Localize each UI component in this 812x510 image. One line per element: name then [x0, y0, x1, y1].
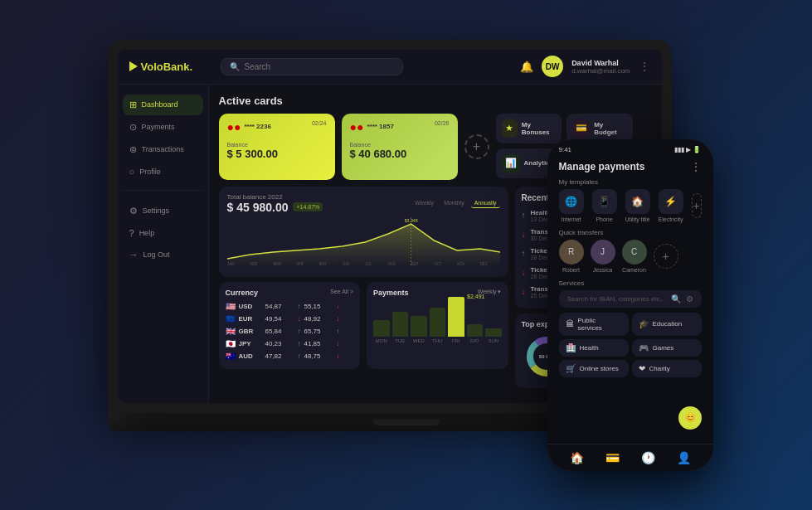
- template-label-internet: Internet: [562, 216, 581, 222]
- activity-arrow-1: ↑: [522, 211, 526, 220]
- transfer-robert[interactable]: R Robert: [559, 240, 584, 273]
- service-health[interactable]: 🏥 Health: [559, 339, 629, 357]
- see-all-currency[interactable]: See All >: [330, 289, 353, 297]
- card-1-expiry: 02/24: [312, 120, 327, 126]
- search-bar[interactable]: 🔍: [221, 58, 403, 75]
- bar-thu: THU: [430, 308, 446, 343]
- budget-icon: 💳: [572, 119, 590, 138]
- phone-more-icon[interactable]: ⋮: [690, 160, 702, 173]
- help-icon: ?: [129, 228, 134, 238]
- activity-arrow-2: ↓: [522, 230, 526, 239]
- code-gbr: GBR: [239, 328, 262, 335]
- sidebar-label-transactions: Transactions: [142, 145, 184, 153]
- dir-gbr-buy: ↑: [298, 328, 301, 335]
- sidebar-item-settings[interactable]: ⚙ Settings: [123, 201, 203, 221]
- sidebar-item-help[interactable]: ? Help: [123, 223, 203, 243]
- dir-jpy-sell: ↓: [337, 340, 340, 347]
- bar-label-tue: TUE: [395, 338, 405, 343]
- sidebar-divider: [123, 190, 203, 191]
- services-search-placeholder: Search for IBAN, categories etc...: [567, 295, 666, 303]
- search-input[interactable]: [245, 62, 394, 71]
- transfer-jessica[interactable]: J Jessica: [591, 240, 615, 273]
- sidebar-label-logout: Log Out: [143, 250, 170, 259]
- transfer-cameron[interactable]: C Cameron: [622, 240, 647, 273]
- card-2-balance: $ 40 680.00: [350, 148, 450, 160]
- card-1-number: ●● **** 2236: [227, 120, 271, 134]
- svg-text:NOV: NOV: [457, 261, 465, 265]
- payments-section: Payments Weekly ▾ $2,491: [367, 282, 508, 369]
- bar-label-wed: WED: [413, 338, 425, 343]
- template-utility[interactable]: 🏠 Utility title: [625, 189, 650, 222]
- card-1-balance-label: Balance: [227, 142, 327, 148]
- service-label-public: Public services: [578, 317, 622, 332]
- currency-row-eur: 🇪🇺 EUR 49,54 ↓ 48,92 ↓: [226, 313, 354, 325]
- bonuses-label: My Bonuses: [522, 121, 556, 136]
- service-stores[interactable]: 🛒 Online stores: [559, 360, 629, 377]
- card-2-expiry: 02/26: [435, 120, 450, 126]
- tab-weekly[interactable]: Weekly: [411, 198, 437, 208]
- sidebar-item-transactions[interactable]: ⊚ Transactions: [123, 139, 203, 160]
- nav-home-icon[interactable]: 🏠: [570, 451, 584, 464]
- payments-title: Payments: [373, 289, 409, 297]
- bar-sat: SAT: [467, 324, 484, 343]
- dir-eur-buy: ↓: [298, 315, 301, 323]
- sidebar-item-logout[interactable]: → Log Out: [123, 245, 203, 265]
- service-education[interactable]: 🎓 Education: [632, 313, 702, 336]
- val-jpy-sell: 41,85: [304, 340, 333, 347]
- logo-chevron-icon: [129, 61, 138, 71]
- bar-label-mon: MON: [376, 338, 387, 343]
- flag-eur: 🇪🇺: [226, 314, 236, 323]
- widget-bonuses[interactable]: ★ My Bonuses: [496, 114, 562, 143]
- code-jpy: JPY: [239, 340, 262, 347]
- service-games[interactable]: 🎮 Games: [632, 339, 702, 357]
- bar-label-sat: SAT: [470, 338, 479, 343]
- bell-icon[interactable]: 🔔: [520, 61, 533, 73]
- template-phone[interactable]: 📱 Phone: [592, 189, 617, 222]
- utility-icon: 🏠: [625, 189, 650, 214]
- svg-text:JUL: JUL: [365, 261, 372, 265]
- sidebar-item-dashboard[interactable]: ⊞ Dashboard: [123, 95, 203, 115]
- total-balance-label: Total balance 2022: [227, 193, 323, 201]
- transfers-title: Quick transfers: [547, 229, 713, 240]
- card-1: ●● **** 2236 02/24 Balance $ 5 300.00: [219, 114, 335, 180]
- tab-monthly[interactable]: Monthly: [440, 198, 468, 208]
- service-label-health: Health: [580, 344, 599, 352]
- phone-screen: 9:41 ▮▮▮ ▶ 🔋 Manage payments ⋮ My templa…: [547, 139, 713, 471]
- nav-history-icon[interactable]: 🕐: [641, 451, 655, 464]
- service-public[interactable]: 🏛 Public services: [559, 313, 629, 336]
- card-2-balance-label: Balance: [350, 142, 450, 148]
- services-grid: 🏛 Public services 🎓 Education 🏥 Health 🎮…: [547, 313, 713, 382]
- fab-button[interactable]: 😊: [678, 406, 702, 430]
- active-cards-title: Active cards: [219, 95, 652, 107]
- tab-annually[interactable]: Annually: [471, 198, 500, 208]
- nav-profile-icon[interactable]: 👤: [677, 451, 691, 464]
- dir-usd-buy: ↑: [298, 303, 301, 310]
- bottom-row: Currency See All > 🇺🇸 USD 54,87: [219, 282, 508, 369]
- add-card-button[interactable]: +: [464, 134, 489, 159]
- flag-jpy: 🇯🇵: [226, 339, 236, 348]
- currency-row-gbr: 🇬🇧 GBR 65,84 ↑ 65,75 ↑: [226, 325, 354, 338]
- service-charity[interactable]: ❤ Charity: [632, 360, 702, 377]
- template-internet[interactable]: 🌐 Internet: [559, 189, 584, 222]
- settings-icon: ⚙: [129, 206, 138, 216]
- template-electricity[interactable]: ⚡ Electricity: [659, 189, 683, 222]
- peak-label: $2,491: [467, 294, 484, 299]
- services-filter-icon: ⚙: [686, 294, 693, 304]
- laptop-notch: [373, 419, 440, 425]
- balance-amount: $ 45 980.00: [227, 201, 289, 214]
- app-header: VoloBank. 🔍 🔔 DW David War: [118, 50, 662, 85]
- services-search-bar[interactable]: Search for IBAN, categories etc... 🔍 ⚙: [559, 290, 702, 308]
- phone-status-bar: 9:41 ▮▮▮ ▶ 🔋: [547, 139, 713, 157]
- add-person-button[interactable]: +: [654, 244, 678, 269]
- sidebar-item-profile[interactable]: ○ Profile: [123, 162, 203, 182]
- logo: VoloBank.: [129, 61, 221, 73]
- nav-payments-icon[interactable]: 💳: [605, 451, 620, 464]
- sidebar-item-payments[interactable]: ⊙ Payments: [123, 117, 203, 138]
- more-menu-icon[interactable]: ⋮: [639, 60, 650, 73]
- code-eur: EUR: [239, 315, 262, 323]
- header-right: 🔔 DW David Warhal d.warhal@mail.com ⋮: [520, 56, 649, 77]
- name-robert: Robert: [562, 267, 580, 273]
- bar-label-sun: SUN: [488, 338, 498, 343]
- add-template-button[interactable]: +: [692, 193, 702, 218]
- card-2-number: ●● **** 1857: [350, 120, 394, 134]
